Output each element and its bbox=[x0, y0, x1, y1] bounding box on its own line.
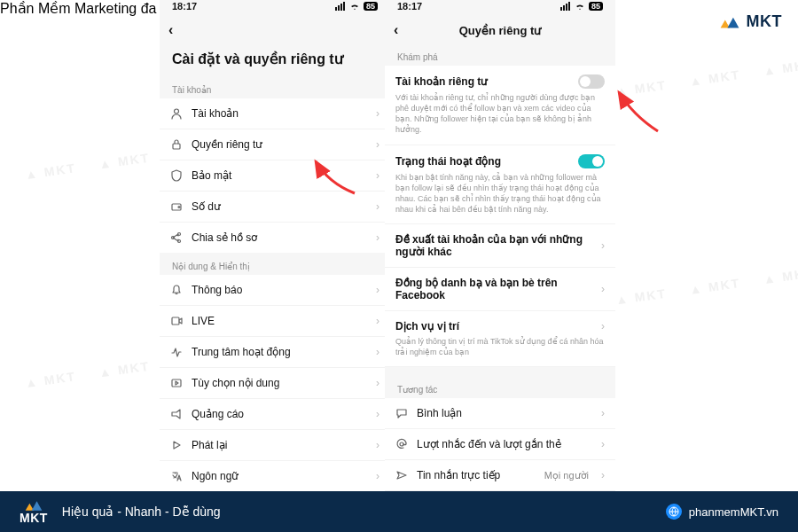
comment-icon bbox=[395, 407, 408, 419]
list-item-label: Tùy chọn nội dung bbox=[192, 377, 367, 389]
list-item-label: Bình luận bbox=[417, 407, 592, 419]
privacy-row-label: Tài khoản riêng tư bbox=[395, 75, 569, 88]
list-item-label: Thông báo bbox=[192, 284, 367, 296]
banner-right: phanmemMKT.vn bbox=[666, 504, 778, 520]
chevron-right-icon: › bbox=[601, 320, 605, 332]
banner-slogan: Hiệu quả - Nhanh - Dễ dùng bbox=[62, 505, 221, 519]
playback-icon bbox=[170, 439, 183, 451]
list-item[interactable]: Trung tâm hoạt động› bbox=[160, 336, 390, 367]
settings-list-content: Thông báo›LIVE›Trung tâm hoạt động›Tùy c… bbox=[160, 275, 390, 491]
chevron-right-icon: › bbox=[376, 169, 379, 182]
chevron-right-icon: › bbox=[376, 138, 379, 151]
lang-icon bbox=[170, 470, 183, 482]
nav-row: ‹ bbox=[160, 17, 390, 43]
list-item[interactable]: Số dư› bbox=[160, 191, 390, 222]
banner-logo-text: MKT bbox=[20, 512, 48, 524]
list-item-label: Ngôn ngữ bbox=[192, 470, 367, 482]
svg-rect-0 bbox=[335, 7, 337, 11]
list-item-label: Tài khoản bbox=[192, 107, 367, 120]
status-right: 85 bbox=[335, 2, 378, 11]
privacy-row-label: Đề xuất tài khoản của bạn với những ngườ… bbox=[395, 233, 592, 258]
privacy-row-label: Đồng bộ danh bạ và bạn bè trên Facebook bbox=[395, 277, 592, 301]
canvas: { "brand": { "name": "MKT", "tagline_sma… bbox=[0, 0, 798, 532]
svg-rect-2 bbox=[340, 4, 342, 11]
status-time: 18:17 bbox=[172, 1, 197, 12]
list-item-label: LIVE bbox=[192, 315, 367, 327]
privacy-row[interactable]: Dịch vụ vị trí› bbox=[385, 311, 615, 336]
privacy-row-desc: Với tài khoản riêng tư, chỉ những người … bbox=[385, 92, 615, 145]
privacy-block: Trạng thái hoạt độngKhi bạn bật tính năn… bbox=[385, 145, 615, 225]
annotation-arrow-2 bbox=[615, 87, 669, 144]
content-icon bbox=[170, 377, 183, 389]
status-bar: 18:17 85 bbox=[385, 0, 615, 17]
list-item[interactable]: Tin nhắn trực tiếpMọi người› bbox=[385, 459, 615, 490]
back-button[interactable]: ‹ bbox=[168, 22, 173, 38]
privacy-block: Dịch vụ vị trí›Quản lý thông tin vị trí … bbox=[385, 311, 615, 367]
privacy-row-label: Dịch vụ vị trí bbox=[395, 320, 592, 332]
list-item-label: Phát lại bbox=[192, 439, 367, 451]
list-item-label: Chia sẻ hồ sơ bbox=[192, 231, 367, 244]
chevron-right-icon: › bbox=[376, 408, 379, 420]
section-interaction: Tương tác bbox=[385, 376, 615, 398]
chevron-right-icon: › bbox=[376, 107, 379, 120]
list-item-label: Tin nhắn trực tiếp bbox=[417, 469, 536, 481]
list-item[interactable]: Phát lại› bbox=[160, 429, 390, 460]
status-right: 85 bbox=[560, 2, 603, 11]
nav-row: ‹ Quyền riêng tư bbox=[385, 17, 615, 43]
chevron-right-icon: › bbox=[376, 315, 379, 327]
svg-rect-15 bbox=[566, 4, 567, 11]
chevron-right-icon: › bbox=[376, 284, 379, 296]
list-item-label: Bảo mật bbox=[192, 169, 367, 182]
toggle-switch[interactable] bbox=[578, 154, 605, 168]
interaction-list: Bình luận›Lượt nhắc đến và lượt gắn thẻ›… bbox=[385, 398, 615, 501]
brand-logo-mark bbox=[718, 14, 741, 30]
settings-list-account: Tài khoản›Quyền riêng tư›Bảo mật›Số dư›C… bbox=[160, 98, 390, 253]
chevron-right-icon: › bbox=[376, 231, 379, 244]
privacy-row-desc: Quản lý thông tin vị trí mà TikTok sử dụ… bbox=[385, 336, 615, 367]
banner-site: phanmemMKT.vn bbox=[689, 505, 778, 519]
status-time: 18:17 bbox=[397, 1, 422, 12]
balance-icon bbox=[170, 200, 183, 213]
list-item[interactable]: Quảng cáo› bbox=[160, 398, 390, 429]
ads-icon bbox=[170, 408, 183, 420]
list-item[interactable]: Quyền riêng tư› bbox=[160, 129, 390, 160]
list-item[interactable]: Bảo mật› bbox=[160, 160, 390, 191]
privacy-row-desc: Khi bạn bật tính năng này, cả bạn và nhữ… bbox=[385, 172, 615, 225]
list-item-label: Trung tâm hoạt động bbox=[192, 346, 367, 358]
list-item[interactable]: Thông báo› bbox=[160, 275, 390, 305]
banner-left: MKT Hiệu quả - Nhanh - Dễ dùng bbox=[20, 499, 221, 524]
signal-icon bbox=[560, 2, 571, 11]
list-item[interactable]: Tùy chọn nội dung› bbox=[160, 367, 390, 398]
brand-logo-text: MKT bbox=[747, 12, 783, 31]
section-gap bbox=[385, 367, 615, 376]
list-item[interactable]: Ngôn ngữ› bbox=[160, 460, 390, 491]
toggle-switch[interactable] bbox=[578, 74, 605, 89]
list-item[interactable]: Chia sẻ hồ sơ› bbox=[160, 222, 390, 253]
privacy-row[interactable]: Đề xuất tài khoản của bạn với những ngườ… bbox=[385, 224, 615, 268]
brand-logo-top: MKT bbox=[718, 12, 783, 31]
list-item[interactable]: Tài khoản› bbox=[160, 98, 390, 129]
svg-rect-14 bbox=[563, 5, 565, 11]
list-item-label: Quảng cáo bbox=[192, 408, 367, 420]
share-icon bbox=[170, 231, 183, 244]
svg-rect-13 bbox=[560, 7, 562, 11]
privacy-row[interactable]: Tài khoản riêng tư bbox=[385, 66, 615, 92]
privacy-row[interactable]: Đồng bộ danh bạ và bạn bè trên Facebook› bbox=[385, 268, 615, 311]
privacy-block: Đề xuất tài khoản của bạn với những ngườ… bbox=[385, 224, 615, 268]
section-content: Nội dung & Hiển thị bbox=[160, 253, 390, 275]
svg-point-8 bbox=[178, 233, 181, 236]
wifi-icon bbox=[349, 2, 360, 11]
activity-icon bbox=[170, 346, 183, 358]
privacy-row[interactable]: Trạng thái hoạt động bbox=[385, 145, 615, 172]
privacy-block: Đồng bộ danh bạ và bạn bè trên Facebook› bbox=[385, 268, 615, 311]
live-icon bbox=[170, 315, 183, 327]
list-item[interactable]: Lượt nhắc đến và lượt gắn thẻ› bbox=[385, 428, 615, 459]
list-item[interactable]: LIVE› bbox=[160, 305, 390, 336]
mention-icon bbox=[395, 438, 408, 450]
chevron-right-icon: › bbox=[376, 346, 379, 358]
security-icon bbox=[170, 169, 183, 182]
chevron-right-icon: › bbox=[376, 470, 379, 482]
wifi-icon bbox=[575, 2, 585, 11]
chevron-right-icon: › bbox=[376, 439, 379, 451]
list-item[interactable]: Bình luận› bbox=[385, 398, 615, 428]
